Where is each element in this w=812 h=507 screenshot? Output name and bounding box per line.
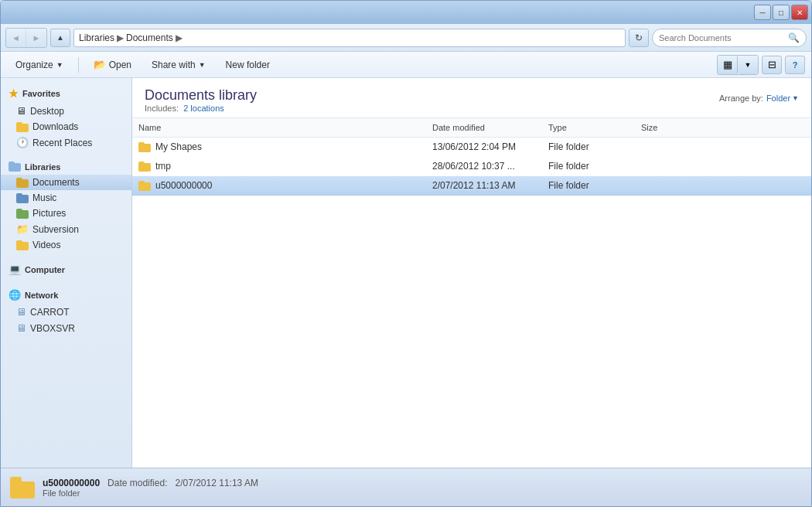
toolbar: Organize ▼ 📂 Open Share with ▼ New folde…: [1, 52, 811, 78]
sidebar-item-carrot[interactable]: 🖥 CARROT: [1, 304, 131, 320]
subversion-icon: 📁: [16, 223, 29, 235]
sidebar-item-label: VBOXSVR: [30, 323, 75, 334]
sidebar-item-desktop[interactable]: 🖥 Desktop: [1, 103, 131, 119]
view-dropdown-button[interactable]: ▼: [738, 56, 758, 74]
search-box[interactable]: 🔍: [652, 29, 807, 47]
favorites-label: Favorites: [22, 89, 60, 98]
open-icon: 📂: [94, 59, 106, 70]
help-button[interactable]: ?: [785, 56, 805, 74]
sidebar-item-music[interactable]: Music: [1, 190, 131, 206]
maximize-button[interactable]: □: [773, 5, 790, 20]
library-subtitle: Includes: 2 locations: [145, 104, 257, 113]
nav-buttons: ◄ ►: [5, 28, 47, 48]
documents-folder-icon: [16, 178, 29, 188]
arrange-label: Arrange by:: [719, 94, 763, 103]
search-input[interactable]: [659, 33, 785, 43]
recent-icon: 🕐: [16, 137, 29, 148]
content-title-area: Documents library Includes: 2 locations: [145, 87, 257, 113]
file-type-cell: File folder: [542, 159, 635, 173]
column-name-header[interactable]: Name: [132, 121, 426, 134]
title-bar: ─ □ ✕: [1, 1, 811, 24]
column-size-header[interactable]: Size: [635, 121, 697, 134]
sidebar-item-downloads[interactable]: Downloads: [1, 119, 131, 134]
status-folder-icon: [10, 477, 35, 498]
sidebar-item-vboxsvr[interactable]: 🖥 VBOXSVR: [1, 320, 131, 336]
network-header[interactable]: 🌐 Network: [1, 286, 131, 304]
computer-header[interactable]: 💻 Computer: [1, 260, 131, 278]
videos-folder-icon: [16, 240, 29, 250]
downloads-folder-icon: [16, 122, 29, 132]
computer-label: Computer: [25, 265, 65, 274]
table-row[interactable]: My Shapes 13/06/2012 2:04 PM File folder: [132, 138, 811, 157]
file-folder-icon: [138, 142, 151, 152]
file-name: tmp: [155, 161, 171, 172]
file-name-cell: tmp: [132, 159, 426, 173]
organize-button[interactable]: Organize ▼: [7, 55, 72, 75]
share-with-button[interactable]: Share with ▼: [143, 55, 214, 75]
includes-label: Includes:: [145, 104, 179, 113]
libraries-section: Libraries Documents Music Pictures 📁 Sub…: [1, 158, 131, 253]
forward-button[interactable]: ►: [26, 29, 46, 47]
locations-link[interactable]: 2 locations: [183, 104, 224, 113]
up-button[interactable]: ▲: [50, 29, 70, 47]
address-path[interactable]: Libraries ▶ Documents ▶: [73, 29, 626, 47]
file-type-cell: File folder: [542, 179, 635, 192]
arrange-value: Folder: [766, 94, 790, 103]
open-button[interactable]: 📂 Open: [85, 55, 140, 75]
sidebar-item-label: Pictures: [32, 208, 66, 219]
file-list: Name Date modified Type Size My Shapes 1…: [132, 118, 811, 468]
address-bar: ◄ ► ▲ Libraries ▶ Documents ▶ ↻ 🔍: [1, 24, 811, 52]
close-button[interactable]: ✕: [791, 5, 808, 20]
window-controls: ─ □ ✕: [754, 5, 808, 20]
file-folder-icon: [138, 181, 151, 191]
arrange-bar: Arrange by: Folder ▼: [719, 94, 799, 103]
libraries-folder-icon: [9, 162, 21, 172]
toolbar-sep-1: [78, 57, 79, 73]
refresh-button[interactable]: ↻: [629, 29, 649, 47]
preview-pane-button[interactable]: ⊟: [762, 56, 782, 74]
file-size-cell: [635, 165, 697, 168]
column-date-header[interactable]: Date modified: [426, 121, 542, 134]
file-date-cell: 2/07/2012 11:13 AM: [426, 179, 542, 192]
file-name-cell: My Shapes: [132, 140, 426, 154]
toolbar-right: ▦ ▼ ⊟ ?: [717, 55, 805, 75]
libraries-label: Libraries: [25, 162, 60, 172]
sidebar-item-recent-places[interactable]: 🕐 Recent Places: [1, 134, 131, 151]
minimize-button[interactable]: ─: [754, 5, 771, 20]
table-row[interactable]: tmp 28/06/2012 10:37 ... File folder: [132, 157, 811, 176]
sidebar-item-videos[interactable]: Videos: [1, 237, 131, 253]
search-icon: 🔍: [788, 32, 800, 43]
status-date-value: 2/07/2012 11:13 AM: [175, 478, 258, 488]
favorites-header[interactable]: ★ Favorites: [1, 84, 131, 103]
sidebar-item-label: Music: [32, 192, 56, 203]
status-bar: u5000000000 Date modified: 2/07/2012 11:…: [1, 468, 811, 506]
view-list-button[interactable]: ▦: [718, 56, 738, 74]
library-title: Documents library: [145, 87, 257, 104]
status-file-name: u5000000000 Date modified: 2/07/2012 11:…: [43, 478, 258, 488]
carrot-server-icon: 🖥: [16, 306, 26, 318]
sidebar-item-label: Downloads: [32, 121, 78, 132]
desktop-icon: 🖥: [16, 105, 26, 117]
file-name: My Shapes: [155, 141, 202, 152]
back-button[interactable]: ◄: [6, 29, 26, 47]
sidebar-item-label: Subversion: [32, 224, 79, 235]
share-arrow: ▼: [199, 61, 206, 69]
column-type-header[interactable]: Type: [542, 121, 635, 134]
arrange-dropdown[interactable]: Folder ▼: [766, 94, 799, 103]
sidebar-item-label: Videos: [32, 240, 60, 250]
favorites-section: ★ Favorites 🖥 Desktop Downloads 🕐 Recent…: [1, 84, 131, 151]
sidebar-item-subversion[interactable]: 📁 Subversion: [1, 221, 131, 237]
table-row[interactable]: u5000000000 2/07/2012 11:13 AM File fold…: [132, 176, 811, 196]
organize-arrow: ▼: [56, 61, 63, 69]
sidebar-item-documents[interactable]: Documents: [1, 175, 131, 190]
status-date-label: Date modified:: [107, 478, 167, 488]
file-name-cell: u5000000000: [132, 179, 426, 192]
organize-label: Organize: [15, 60, 53, 70]
sidebar-item-label: Recent Places: [32, 138, 92, 148]
view-buttons: ▦ ▼: [717, 55, 759, 75]
libraries-header[interactable]: Libraries: [1, 158, 131, 175]
new-folder-button[interactable]: New folder: [217, 55, 278, 75]
file-list-header: Name Date modified Type Size: [132, 118, 811, 138]
sidebar-item-pictures[interactable]: Pictures: [1, 206, 131, 221]
pictures-folder-icon: [16, 209, 29, 219]
